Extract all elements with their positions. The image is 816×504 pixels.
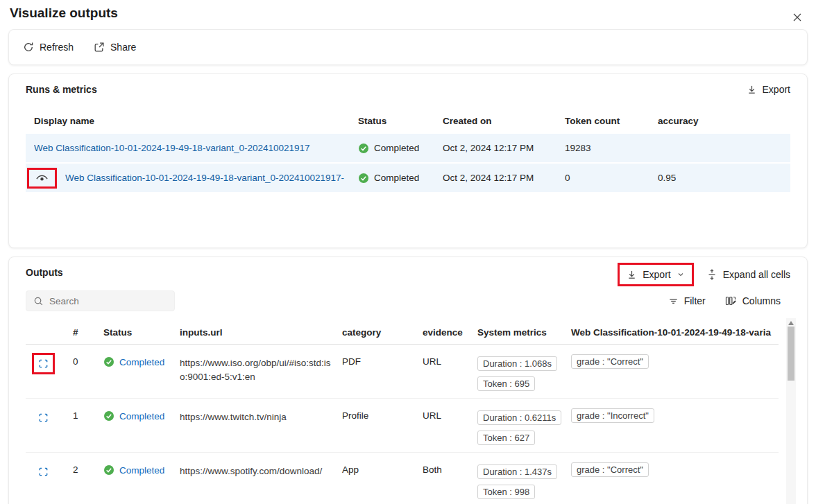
- col-status: Status: [358, 116, 443, 126]
- row-evidence: Both: [417, 461, 472, 475]
- runs-section-title: Runs & metrics: [26, 84, 97, 95]
- run-name-link[interactable]: Web Classification-10-01-2024-19-49-18-v…: [34, 143, 310, 153]
- check-circle-icon: [103, 464, 114, 476]
- row-url: https://www.twitch.tv/ninja: [174, 407, 337, 424]
- expand-cell-icon[interactable]: [38, 412, 49, 423]
- search-icon: [33, 296, 44, 306]
- row-index: 1: [62, 407, 98, 421]
- col-system-metrics: System metrics: [472, 327, 566, 338]
- row-category: Profile: [337, 407, 417, 421]
- check-circle-icon: [103, 410, 114, 422]
- columns-label: Columns: [742, 295, 781, 306]
- row-index: 2: [62, 461, 98, 475]
- run-token-count: 19283: [565, 143, 658, 153]
- grade-chip: grade : "Correct": [571, 354, 649, 369]
- outputs-table: # Status inputs.url category evidence Sy…: [26, 321, 779, 504]
- search-input[interactable]: [49, 296, 172, 306]
- filter-label: Filter: [684, 295, 706, 306]
- expand-cell-icon[interactable]: [38, 467, 49, 477]
- share-label: Share: [110, 42, 136, 53]
- expand-all-cells-button[interactable]: Expand all cells: [706, 269, 790, 280]
- chevron-down-icon: [677, 270, 685, 279]
- close-icon[interactable]: [788, 8, 807, 27]
- col-display-name: Display name: [26, 116, 358, 126]
- outputs-section: Outputs Export: [8, 257, 808, 504]
- eye-icon[interactable]: [35, 173, 49, 183]
- run-created-on: Oct 2, 2024 12:17 PM: [443, 173, 565, 183]
- token-chip: Token : 627: [477, 431, 535, 445]
- run-row[interactable]: Web Classification-10-01-2024-19-49-18-v…: [26, 134, 790, 162]
- highlight-box: [27, 168, 57, 189]
- row-status: Completed: [119, 357, 164, 367]
- outputs-export-button[interactable]: Export: [620, 265, 691, 284]
- col-variant-output: Web Classification-10-01-2024-19-49-18-v…: [566, 327, 779, 338]
- scrollbar-thumb[interactable]: [788, 327, 794, 381]
- row-url: https://www.iso.org/obp/ui/#iso:std:iso:…: [174, 353, 337, 385]
- page-title: Visualize outputs: [10, 6, 118, 21]
- row-status: Completed: [119, 465, 164, 476]
- columns-button[interactable]: Columns: [725, 295, 781, 306]
- outputs-export-label: Export: [643, 269, 670, 280]
- col-index: #: [62, 327, 98, 338]
- run-status: Completed: [374, 173, 419, 183]
- run-accuracy: 0.95: [658, 173, 790, 183]
- refresh-icon: [23, 42, 34, 53]
- share-icon: [93, 42, 105, 53]
- run-created-on: Oct 2, 2024 12:17 PM: [443, 143, 565, 153]
- row-evidence: URL: [417, 353, 472, 367]
- outputs-section-title: Outputs: [26, 267, 63, 278]
- run-token-count: 0: [565, 173, 658, 183]
- col-category: category: [337, 327, 417, 338]
- col-status: Status: [98, 327, 174, 338]
- row-category: PDF: [337, 353, 417, 367]
- col-evidence: evidence: [417, 327, 472, 338]
- check-circle-icon: [103, 356, 114, 367]
- row-evidence: URL: [417, 407, 472, 421]
- table-row: 0 Completed https://www.iso.org/obp/ui/#…: [26, 345, 779, 399]
- runs-table-header: Display name Status Created on Token cou…: [26, 107, 790, 134]
- outputs-table-header: # Status inputs.url category evidence Sy…: [26, 321, 779, 345]
- row-index: 0: [62, 353, 98, 367]
- refresh-button[interactable]: Refresh: [23, 42, 74, 53]
- duration-chip: Duration : 0.6211s: [477, 410, 561, 425]
- col-token-count: Token count: [565, 116, 658, 126]
- run-status: Completed: [374, 143, 419, 153]
- run-row[interactable]: Web Classification-10-01-2024-19-49-18-v…: [26, 164, 790, 192]
- download-icon: [747, 85, 757, 95]
- highlight-box: Export: [618, 263, 693, 286]
- expand-all-label: Expand all cells: [723, 269, 790, 280]
- duration-chip: Duration : 1.068s: [477, 356, 557, 371]
- runs-metrics-section: Runs & metrics Export Display name Statu…: [8, 73, 808, 248]
- row-url: https://www.spotify.com/download/: [174, 461, 337, 478]
- table-row: 2 Completed https://www.spotify.com/down…: [26, 453, 779, 504]
- token-chip: Token : 998: [477, 485, 535, 499]
- check-circle-icon: [358, 173, 369, 184]
- row-status: Completed: [119, 411, 164, 422]
- refresh-label: Refresh: [40, 42, 74, 53]
- highlight-box: [32, 353, 55, 374]
- table-row: 1 Completed https://www.twitch.tv/ninja …: [26, 399, 779, 453]
- share-button[interactable]: Share: [93, 42, 136, 53]
- runs-export-button[interactable]: Export: [747, 84, 790, 95]
- check-circle-icon: [358, 143, 369, 154]
- expand-cell-icon[interactable]: [38, 358, 49, 369]
- download-icon: [627, 270, 637, 280]
- vertical-scrollbar[interactable]: [786, 318, 796, 504]
- duration-chip: Duration : 1.437s: [477, 464, 557, 479]
- search-box: [26, 290, 175, 311]
- grade-chip: grade : "Correct": [571, 462, 649, 477]
- row-category: App: [337, 461, 417, 475]
- col-accuracy: accuracy: [658, 116, 790, 126]
- toolbar: Refresh Share: [8, 29, 808, 65]
- columns-edit-icon: [725, 295, 737, 306]
- run-name-link[interactable]: Web Classification-10-01-2024-19-49-18-v…: [65, 173, 344, 183]
- runs-export-label: Export: [763, 84, 790, 95]
- token-chip: Token : 695: [477, 376, 535, 391]
- expand-all-icon: [706, 269, 717, 280]
- col-inputs-url: inputs.url: [174, 327, 337, 338]
- grade-chip: grade : "Incorrect": [571, 408, 654, 423]
- filter-button[interactable]: Filter: [668, 295, 706, 306]
- col-created-on: Created on: [443, 116, 565, 126]
- filter-icon: [668, 296, 679, 306]
